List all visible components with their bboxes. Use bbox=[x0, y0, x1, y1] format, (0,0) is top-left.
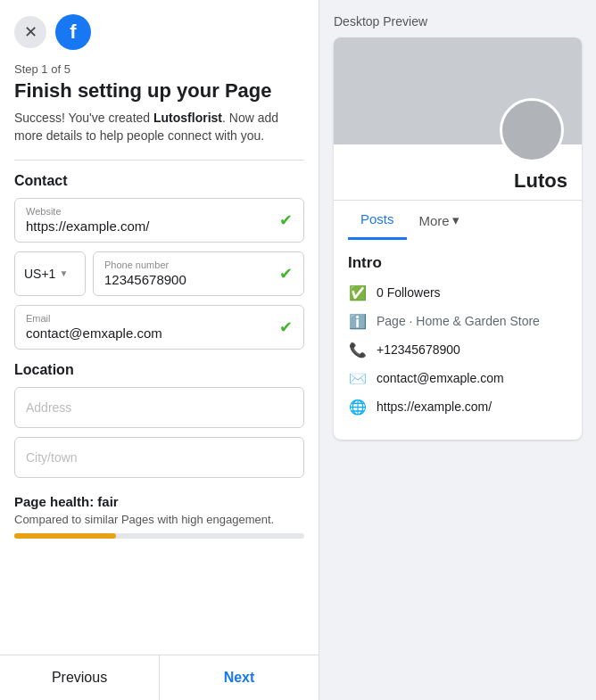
page-type-text: Page · Home & Garden Store bbox=[377, 314, 540, 328]
progress-bar-fill bbox=[14, 533, 116, 539]
intro-section: Intro ✅ 0 Followers ℹ️ Page · Home & Gar… bbox=[334, 240, 582, 440]
followers-icon: ✅ bbox=[348, 283, 368, 302]
header-icons: ✕ f bbox=[14, 14, 304, 50]
country-code-label: US+1 bbox=[24, 267, 55, 281]
followers-count: 0 Followers bbox=[377, 285, 441, 300]
country-select[interactable]: US+1 ▼ bbox=[14, 251, 86, 296]
more-label: More bbox=[419, 213, 450, 228]
success-text: Success! You've created Lutosflorist. No… bbox=[14, 110, 304, 144]
preview-email: contact@emxaple.com bbox=[377, 371, 504, 385]
contact-section-label: Contact bbox=[14, 173, 304, 189]
tab-posts[interactable]: Posts bbox=[348, 201, 407, 240]
desktop-preview-label: Desktop Preview bbox=[334, 14, 582, 29]
progress-bar-bg bbox=[14, 533, 304, 539]
phone-item: 📞 +12345678900 bbox=[348, 340, 567, 359]
left-panel: ✕ f Step 1 of 5 Finish setting up your P… bbox=[0, 0, 319, 700]
info-icon: ℹ️ bbox=[348, 311, 368, 331]
close-button[interactable]: ✕ bbox=[14, 16, 46, 48]
step-label: Step 1 of 5 bbox=[14, 62, 304, 76]
next-button[interactable]: Next bbox=[160, 655, 319, 700]
phone-row: US+1 ▼ Phone number ✔ bbox=[14, 251, 304, 296]
chevron-down-icon: ▼ bbox=[59, 268, 68, 278]
profile-pic-preview bbox=[500, 98, 564, 162]
previous-button[interactable]: Previous bbox=[0, 655, 160, 700]
preview-tabs: Posts More ▾ bbox=[334, 200, 582, 240]
location-section: Location Address City/town bbox=[14, 362, 304, 487]
page-health-title: Page health: fair bbox=[14, 494, 304, 509]
location-section-label: Location bbox=[14, 362, 304, 378]
phone-check-icon: ✔ bbox=[279, 264, 293, 284]
intro-title: Intro bbox=[348, 254, 567, 272]
email-input[interactable] bbox=[26, 325, 266, 341]
followers-item: ✅ 0 Followers bbox=[348, 283, 567, 302]
email-input-group: Email ✔ bbox=[14, 305, 304, 350]
right-panel: Desktop Preview Lutos Posts More ▾ Intro… bbox=[319, 0, 596, 700]
phone-input[interactable] bbox=[104, 272, 264, 287]
website-item: 🌐 https://example.com/ bbox=[348, 397, 567, 416]
divider bbox=[14, 160, 304, 161]
phone-icon: 📞 bbox=[348, 340, 368, 359]
email-icon: ✉️ bbox=[348, 368, 368, 388]
cover-photo bbox=[334, 37, 582, 144]
page-category: · Home & Garden Store bbox=[410, 314, 540, 328]
email-item: ✉️ contact@emxaple.com bbox=[348, 368, 567, 388]
page-type-label: Page bbox=[377, 314, 406, 328]
email-check-icon: ✔ bbox=[279, 317, 293, 337]
page-type-item: ℹ️ Page · Home & Garden Store bbox=[348, 311, 567, 331]
phone-input-group: Phone number ✔ bbox=[93, 251, 304, 296]
email-label: Email bbox=[26, 313, 293, 324]
tab-more[interactable]: More ▾ bbox=[407, 202, 472, 239]
city-input-placeholder[interactable]: City/town bbox=[14, 437, 304, 478]
page-health: Page health: fair Compared to similar Pa… bbox=[14, 494, 304, 539]
website-input-group: Website ✔ bbox=[14, 198, 304, 243]
website-input[interactable] bbox=[26, 218, 266, 234]
preview-phone: +12345678900 bbox=[377, 342, 460, 357]
facebook-icon: f bbox=[55, 14, 91, 50]
globe-icon: 🌐 bbox=[348, 397, 368, 416]
bottom-buttons: Previous Next bbox=[0, 655, 319, 700]
website-label: Website bbox=[26, 206, 293, 217]
phone-label: Phone number bbox=[104, 259, 293, 270]
preview-card: Lutos Posts More ▾ Intro ✅ 0 Followers ℹ… bbox=[334, 37, 582, 440]
preview-website: https://example.com/ bbox=[377, 399, 492, 414]
business-name: Lutosflorist bbox=[153, 111, 222, 125]
address-input-placeholder[interactable]: Address bbox=[14, 387, 304, 428]
chevron-down-icon: ▾ bbox=[452, 212, 459, 228]
website-check-icon: ✔ bbox=[279, 210, 293, 230]
page-health-desc: Compared to similar Pages with high enga… bbox=[14, 513, 304, 526]
page-title: Finish setting up your Page bbox=[14, 79, 304, 103]
success-prefix: Success! You've created bbox=[14, 111, 153, 125]
